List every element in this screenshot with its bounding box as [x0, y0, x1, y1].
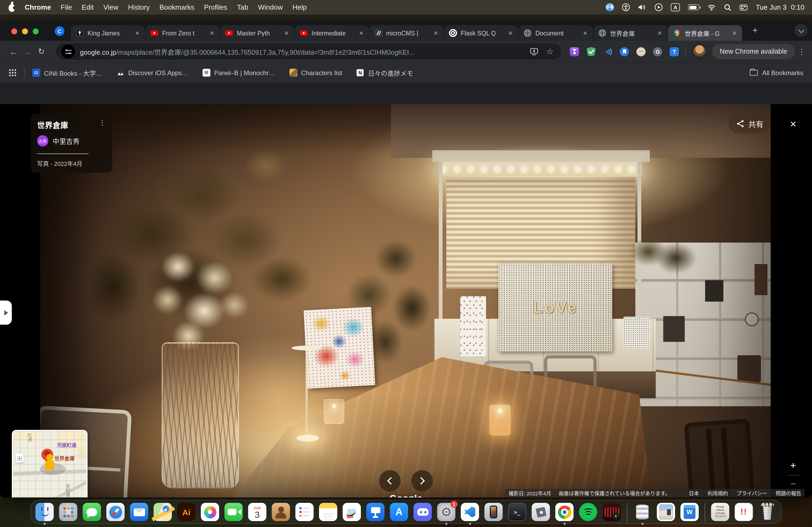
- browser-tab[interactable]: King James×: [71, 25, 145, 41]
- tab-close-button[interactable]: ×: [656, 29, 664, 37]
- dock-warn[interactable]: !!: [735, 503, 753, 521]
- app-swirl-icon[interactable]: [606, 3, 614, 11]
- window-zoom-button[interactable]: [33, 28, 39, 34]
- back-button[interactable]: ←: [6, 45, 20, 59]
- place-card-menu-icon[interactable]: ⋮: [99, 119, 106, 126]
- attribution-link[interactable]: 日本: [689, 489, 699, 497]
- dock-keynote[interactable]: [366, 503, 385, 521]
- forward-button[interactable]: →: [20, 45, 34, 59]
- browser-menu-kebab-icon[interactable]: ⋮: [798, 47, 806, 56]
- previous-photo-button[interactable]: [379, 470, 401, 492]
- tab-close-button[interactable]: ×: [432, 29, 440, 37]
- new-tab-button[interactable]: +: [748, 24, 762, 37]
- menu-tab[interactable]: Tab: [237, 3, 248, 11]
- dock-vscode[interactable]: [461, 503, 479, 521]
- battery-icon[interactable]: [688, 4, 699, 10]
- author-avatar[interactable]: 吉秀: [37, 135, 48, 147]
- dock-trash[interactable]: [758, 503, 777, 521]
- bookmark-ext-icon[interactable]: [620, 47, 629, 56]
- menu-profiles[interactable]: Profiles: [204, 3, 228, 11]
- menu-view[interactable]: View: [103, 3, 118, 11]
- zoom-in-button[interactable]: +: [791, 461, 796, 471]
- bookmark-item[interactable]: Discover iOS Apps…: [116, 69, 188, 77]
- dock-photos[interactable]: [201, 503, 219, 521]
- all-bookmarks-button[interactable]: All Bookmarks: [750, 69, 803, 76]
- dock-illustrator[interactable]: Ai: [177, 503, 195, 521]
- attribution-link[interactable]: 利用規約: [708, 489, 728, 497]
- dock-settings[interactable]: ⚙1: [437, 503, 455, 521]
- tab-close-button[interactable]: ×: [357, 29, 365, 37]
- browser-tab[interactable]: Document×: [519, 25, 593, 41]
- tab-close-button[interactable]: ×: [133, 29, 141, 37]
- dock-iphone[interactable]: [484, 503, 503, 521]
- bookmark-item[interactable]: N日々の進捗メモ: [356, 68, 413, 77]
- zoom-out-button[interactable]: −: [791, 479, 796, 489]
- install-icon[interactable]: [528, 46, 540, 57]
- dock-db[interactable]: [633, 503, 651, 521]
- menu-history[interactable]: History: [128, 3, 150, 11]
- attribution-link[interactable]: プライバシー: [737, 489, 767, 497]
- dock-book[interactable]: TRADEPRICEACTIONTRENDS: [711, 503, 729, 521]
- bookmark-item[interactable]: MPanel–B | Monochr…: [202, 69, 275, 77]
- site-settings-icon[interactable]: [61, 45, 75, 59]
- play-icon[interactable]: [655, 3, 663, 11]
- control-center-icon[interactable]: [740, 4, 748, 11]
- dock-launchpad[interactable]: [59, 503, 77, 521]
- browser-tab[interactable]: microCMS |×: [369, 25, 444, 41]
- browser-tab[interactable]: Flask SQL Q×: [444, 25, 518, 41]
- author-name[interactable]: 中里吉秀: [53, 136, 79, 146]
- dock-djay[interactable]: [603, 503, 621, 521]
- browser-tab[interactable]: From Zero t×: [146, 25, 220, 41]
- window-minimize-button[interactable]: [22, 28, 28, 34]
- tab-close-button[interactable]: ×: [730, 29, 738, 37]
- expand-panel-button[interactable]: [0, 301, 12, 325]
- share-button[interactable]: 共有: [729, 114, 771, 134]
- shield-ext-icon[interactable]: [586, 47, 596, 56]
- pinned-tab[interactable]: C: [55, 26, 64, 36]
- g-ext-icon[interactable]: G: [653, 47, 662, 56]
- dock-discord[interactable]: [414, 503, 432, 521]
- dock-messages[interactable]: [83, 503, 101, 521]
- browser-tab[interactable]: 世界倉庫×: [593, 25, 668, 41]
- reload-button[interactable]: ↻: [34, 45, 48, 59]
- close-viewer-button[interactable]: ×: [785, 116, 801, 132]
- photo[interactable]: LoVe: [40, 104, 771, 497]
- dock-chrome[interactable]: [555, 503, 574, 521]
- profile-avatar[interactable]: [692, 44, 707, 59]
- menu-help[interactable]: Help: [292, 3, 307, 11]
- input-source-icon[interactable]: A: [671, 3, 680, 11]
- tab-search-button[interactable]: [794, 24, 808, 37]
- dock-roblox[interactable]: [532, 503, 550, 521]
- dock-freeform[interactable]: [343, 503, 361, 521]
- dock-mail[interactable]: [130, 503, 148, 521]
- dock-facetime[interactable]: [224, 503, 243, 521]
- volume-icon[interactable]: [638, 4, 647, 11]
- dock-word[interactable]: W: [680, 503, 699, 521]
- hourglass-ext-icon[interactable]: [570, 47, 579, 56]
- apps-grid-icon[interactable]: [9, 69, 17, 77]
- face-ext-icon[interactable]: [636, 47, 646, 56]
- menu-edit[interactable]: Edit: [82, 3, 94, 11]
- update-chrome-button[interactable]: New Chrome available: [712, 44, 795, 59]
- browser-tab[interactable]: 世界倉庫 - G×: [668, 25, 742, 41]
- menu-file[interactable]: File: [61, 3, 72, 11]
- accessibility-icon[interactable]: [622, 3, 630, 11]
- tab-close-button[interactable]: ×: [506, 29, 514, 37]
- dock-calendar[interactable]: JUN3: [248, 503, 266, 521]
- dock-finder[interactable]: [35, 503, 54, 521]
- dock-notes[interactable]: [319, 503, 337, 521]
- dock-terminal[interactable]: >_: [508, 503, 526, 521]
- menu-window[interactable]: Window: [258, 3, 283, 11]
- dock-reminders[interactable]: [295, 503, 314, 521]
- dock-maps[interactable]: [154, 503, 172, 521]
- dock-safari[interactable]: [106, 503, 125, 521]
- bookmark-item[interactable]: CiCiNii Books - 大学…: [32, 68, 102, 77]
- t-ext-icon[interactable]: T: [670, 47, 679, 56]
- search-icon[interactable]: [724, 3, 732, 11]
- dock-spotify[interactable]: [579, 503, 597, 521]
- minimap[interactable]: 河原町通 世界倉庫 町通 寺町通 卍: [12, 430, 88, 497]
- tab-close-button[interactable]: ×: [581, 29, 589, 37]
- bookmark-star-icon[interactable]: ☆: [544, 46, 556, 57]
- menu-clock[interactable]: Tue Jun 3 0:10: [756, 3, 804, 11]
- browser-tab[interactable]: Intermediate×: [295, 25, 369, 41]
